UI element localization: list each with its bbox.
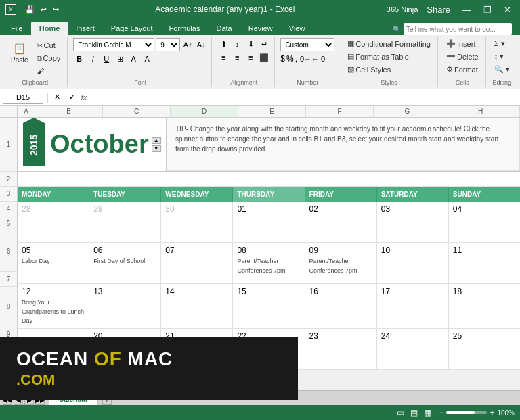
sum-button[interactable]: Σ ▾	[492, 38, 513, 49]
cal-cell-w2-d2[interactable]: 06 First Day of School	[89, 243, 161, 283]
insert-icon: ➕	[446, 39, 456, 48]
paste-button[interactable]: 📋 Paste	[7, 39, 32, 77]
cal-cell-w3-d7[interactable]: 18	[449, 284, 520, 328]
bold-button[interactable]: B	[73, 53, 85, 65]
year-decrement-button[interactable]: ▼	[152, 145, 161, 152]
cal-cell-w4-d7[interactable]: 25	[449, 329, 520, 369]
format-painter-button[interactable]: 🖌	[34, 66, 64, 76]
calendar-week-2: 05 Labor Day 06 First Day of School 07 0…	[18, 243, 520, 284]
underline-button[interactable]: U	[100, 53, 112, 65]
cal-cell-w1-d6[interactable]: 03	[377, 202, 449, 242]
insert-button[interactable]: ➕ Insert	[443, 38, 481, 49]
increase-decimal-button[interactable]: .0→	[299, 53, 311, 65]
tab-home[interactable]: Home	[31, 22, 68, 35]
undo-button[interactable]: ↩	[39, 4, 49, 16]
cal-cell-w1-d5[interactable]: 02	[305, 202, 377, 242]
tab-file[interactable]: File	[3, 22, 31, 35]
tell-me-search[interactable]	[404, 23, 512, 35]
cal-cell-w2-d5[interactable]: 09 Parent/Teacher Conferences 7pm	[305, 243, 377, 283]
cell-name-box[interactable]	[3, 91, 43, 104]
col-header-b[interactable]: B	[35, 106, 103, 117]
border-button[interactable]: ⊞	[114, 53, 126, 65]
tab-insert[interactable]: Insert	[68, 22, 103, 35]
decrease-font-button[interactable]: A↓	[195, 39, 207, 51]
font-size-select[interactable]: 9	[156, 38, 180, 51]
col-header-a[interactable]: A	[18, 106, 35, 117]
merge-button[interactable]: ⬛	[258, 51, 270, 64]
maximize-button[interactable]: ❐	[480, 3, 495, 16]
confirm-formula-button[interactable]: ✓	[66, 91, 79, 103]
align-right-button[interactable]: ≡	[244, 51, 257, 64]
copy-button[interactable]: ⧉ Copy	[34, 53, 64, 64]
cal-cell-w1-d1[interactable]: 28	[18, 202, 89, 242]
calendar-title-cell: 2015 October ▲ ▼	[18, 118, 167, 171]
font-color-button[interactable]: A	[141, 53, 153, 65]
share-button[interactable]: Share	[423, 3, 454, 16]
cut-button[interactable]: ✂ Cut	[34, 40, 64, 51]
tab-view[interactable]: View	[281, 22, 313, 35]
tab-page-layout[interactable]: Page Layout	[103, 22, 161, 35]
minimize-button[interactable]: —	[459, 3, 475, 16]
align-bottom-button[interactable]: ⬇	[244, 38, 257, 50]
zoom-slider[interactable]	[446, 411, 487, 414]
cal-cell-w1-d7[interactable]: 04	[449, 202, 520, 242]
col-header-d[interactable]: D	[171, 106, 238, 117]
cal-cell-w3-d6[interactable]: 17	[377, 284, 449, 328]
sort-filter-button[interactable]: ↕ ▾	[492, 51, 513, 62]
number-format-select[interactable]: Custom	[280, 38, 334, 51]
cal-cell-w1-d4[interactable]: 01	[233, 202, 305, 242]
format-button[interactable]: ⚙ Format	[443, 64, 481, 75]
cal-cell-w3-d5[interactable]: 16	[305, 284, 377, 328]
col-header-e[interactable]: E	[238, 106, 306, 117]
align-left-button[interactable]: ≡	[217, 51, 230, 64]
align-middle-button[interactable]: ↕	[231, 38, 243, 50]
cal-cell-w1-d3[interactable]: 30	[161, 202, 233, 242]
wrap-text-button[interactable]: ↵	[258, 38, 270, 50]
italic-button[interactable]: I	[87, 53, 99, 65]
cal-cell-w2-d1[interactable]: 05 Labor Day	[18, 243, 89, 283]
zoom-in-button[interactable]: +	[490, 408, 494, 417]
page-layout-view-button[interactable]: ▤	[408, 407, 420, 418]
cancel-formula-button[interactable]: ✕	[51, 91, 64, 103]
decrease-decimal-button[interactable]: ←.0	[312, 53, 324, 65]
delete-button[interactable]: ➖ Delete	[443, 51, 481, 62]
cal-cell-w3-d4[interactable]: 15	[233, 284, 305, 328]
conditional-formatting-button[interactable]: ▦ Conditional Formatting	[345, 38, 433, 49]
font-name-select[interactable]: Franklin Gothic M	[73, 38, 154, 51]
increase-font-button[interactable]: A↑	[181, 39, 194, 51]
copy-icon: ⧉	[37, 54, 42, 63]
fill-color-button[interactable]: A	[127, 53, 139, 65]
cal-cell-w4-d6[interactable]: 24	[377, 329, 449, 369]
align-center-button[interactable]: ≡	[231, 51, 243, 64]
format-as-table-button[interactable]: ▤ Format as Table	[345, 51, 433, 62]
normal-view-button[interactable]: ▭	[395, 407, 406, 418]
clipboard-label: Clipboard	[22, 78, 48, 86]
tab-review[interactable]: Review	[240, 22, 281, 35]
col-header-f[interactable]: F	[306, 106, 374, 117]
cal-cell-w1-d2[interactable]: 29	[89, 202, 161, 242]
cal-cell-w3-d2[interactable]: 13	[89, 284, 161, 328]
save-button[interactable]: 💾	[23, 4, 37, 16]
tab-formulas[interactable]: Formulas	[161, 22, 209, 35]
cal-cell-w3-d3[interactable]: 14	[161, 284, 233, 328]
col-header-c[interactable]: C	[103, 106, 171, 117]
redo-button[interactable]: ↪	[51, 4, 61, 16]
cal-cell-w2-d6[interactable]: 10	[377, 243, 449, 283]
cell-styles-button[interactable]: ▨ Cell Styles	[345, 64, 433, 75]
year-increment-button[interactable]: ▲	[152, 137, 161, 144]
cal-cell-w2-d3[interactable]: 07	[161, 243, 233, 283]
cal-cell-w4-d5[interactable]: 23	[305, 329, 377, 369]
formula-input[interactable]	[89, 91, 517, 104]
cal-cell-w2-d7[interactable]: 11	[449, 243, 520, 283]
close-button[interactable]: ✕	[500, 3, 515, 16]
zoom-out-button[interactable]: −	[439, 408, 443, 417]
cal-cell-w2-d4[interactable]: 08 Parent/Teacher Conferences 7pm	[233, 243, 305, 283]
cal-cell-w3-d1[interactable]: 12 Bring Your Grandparents to Lunch Day	[18, 284, 89, 328]
page-break-view-button[interactable]: ▦	[422, 407, 433, 418]
title-bar-left: X 💾 ↩ ↪	[5, 4, 64, 16]
col-header-h[interactable]: H	[441, 106, 520, 117]
tab-data[interactable]: Data	[208, 22, 240, 35]
find-select-button[interactable]: 🔍 ▾	[492, 64, 513, 75]
align-top-button[interactable]: ⬆	[217, 38, 230, 50]
col-header-g[interactable]: G	[374, 106, 441, 117]
